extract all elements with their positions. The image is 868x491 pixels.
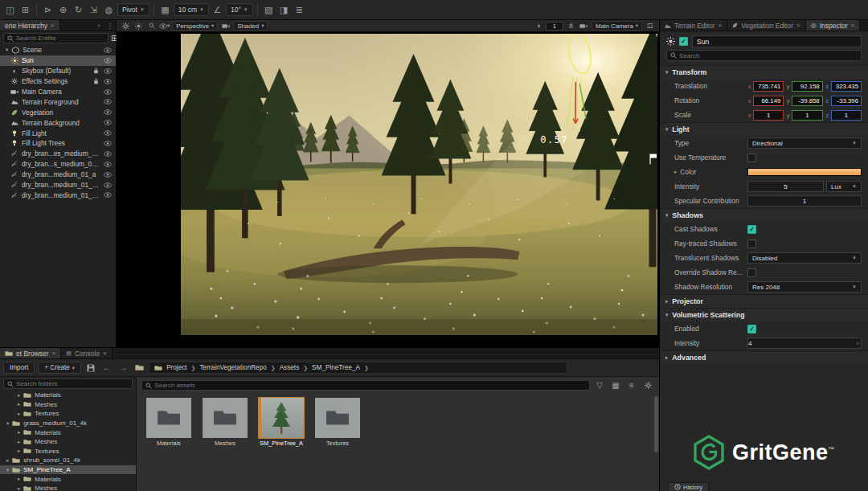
visibility-eye-icon[interactable] [104, 192, 112, 198]
breadcrumb-item[interactable]: SM_PineTree_A [312, 364, 360, 371]
override-shadow-checkbox[interactable] [747, 268, 756, 277]
section-volumetric-scattering[interactable]: ▾Volumetric Scattering [660, 308, 868, 321]
folder-search-input[interactable] [16, 380, 129, 387]
filter-funnel-icon[interactable]: ▽ [593, 379, 606, 391]
breadcrumb-item[interactable]: TerrainVegetationRepo [199, 364, 266, 371]
scale-tool-icon[interactable]: ⇲ [87, 3, 100, 17]
entity-name-field[interactable] [692, 35, 862, 47]
move-snap-dropdown[interactable]: 10 cm▼ [174, 3, 209, 16]
folder-row[interactable]: ▸Materials [0, 474, 136, 484]
stats-icon[interactable]: ◑ [533, 21, 543, 31]
breadcrumb-item[interactable]: Assets [280, 364, 300, 371]
visibility-eye-icon[interactable] [104, 89, 112, 95]
inspector-search-input[interactable] [679, 52, 858, 59]
save-disk-icon[interactable] [84, 362, 97, 374]
folder-row-selected[interactable]: ▾SM_PineTree_A [0, 465, 136, 475]
pivot-mode-dropdown[interactable]: Pivot▼ [117, 3, 149, 16]
viewport-settings-gear-icon[interactable] [121, 21, 131, 31]
rotation-y-field[interactable]: -39.858 [792, 96, 822, 106]
use-temperature-checkbox[interactable] [747, 153, 756, 162]
visibility-eye-icon[interactable] [104, 141, 112, 146]
hierarchy-item-dry-branch[interactable]: dry_bran...medium_01_a (1) [0, 180, 116, 190]
asset-tile-materials[interactable]: Materials [145, 398, 193, 447]
maximize-icon[interactable]: ⊡ [645, 21, 655, 31]
visibility-eye-icon[interactable] [104, 162, 112, 167]
hierarchy-item-terrain-background[interactable]: Terrain Background [0, 117, 116, 128]
list-view-icon[interactable]: ≡ [625, 379, 638, 391]
drag-grip-icon[interactable]: ≡ [856, 341, 861, 346]
world-space-icon[interactable]: ◍ [102, 3, 116, 17]
volumetric-intensity-field[interactable]: 4≡ [747, 338, 862, 349]
camera-icon[interactable] [579, 21, 589, 31]
light-type-dropdown[interactable]: Directional▼ [747, 137, 862, 149]
translucent-shadows-dropdown[interactable]: Disabled▼ [747, 252, 862, 264]
expand-caret-icon[interactable]: ▸ [674, 169, 677, 175]
asset-tile-meshes[interactable]: Meshes [201, 398, 249, 447]
scale-x-field[interactable]: 1 [753, 110, 784, 121]
asset-tile-textures[interactable]: Textures [313, 398, 362, 447]
camera-icon[interactable] [220, 21, 231, 31]
visibility-eye-icon[interactable] [104, 47, 112, 53]
snap-rotate-icon[interactable]: ∠ [211, 3, 224, 17]
section-projector[interactable]: ▸Projector [660, 294, 868, 308]
section-advanced[interactable]: ▸Advanced [660, 350, 868, 364]
viewport-render[interactable]: 0.57 [181, 34, 657, 335]
visibility-eye-icon[interactable] [104, 182, 112, 188]
close-icon[interactable]: × [719, 22, 723, 29]
hierarchy-item-effects-settings[interactable]: Effects Settings [0, 76, 116, 87]
raytraced-shadows-checkbox[interactable] [747, 239, 756, 248]
close-icon[interactable]: × [51, 22, 55, 29]
shadow-resolution-dropdown[interactable]: Res 2048▼ [747, 281, 862, 293]
translation-x-field[interactable]: 735.741 [753, 81, 784, 92]
section-shadows[interactable]: ▾Shadows [660, 208, 868, 222]
folder-row[interactable]: ▸Meshes [0, 400, 136, 410]
tab-scene-hierarchy[interactable]: ene Hierarchy × [0, 20, 60, 31]
close-icon[interactable]: × [796, 22, 800, 29]
folder-row[interactable]: ▾grass_medium_01_4k [0, 419, 136, 428]
asset-tile-sm-pinetree-a[interactable]: SM_PineTree_A [257, 398, 305, 447]
close-icon[interactable]: × [52, 350, 56, 357]
hierarchy-item-fill-light-trees[interactable]: Fill Light Trees [0, 138, 116, 149]
gizmo-branch-icon[interactable]: ⋔ [566, 21, 576, 31]
view-mode-icon[interactable]: ▧ [262, 3, 276, 17]
duplicate-icon[interactable]: ◨ [277, 3, 291, 17]
forward-arrow-icon[interactable]: → [117, 362, 129, 374]
entity-enabled-checkbox[interactable] [679, 37, 688, 46]
create-button[interactable]: + Create▾ [38, 362, 81, 374]
scale-y-field[interactable]: 1 [792, 110, 822, 121]
translation-y-field[interactable]: 92.158 [792, 81, 822, 92]
expand-caret-icon[interactable]: ▾ [6, 47, 8, 53]
visibility-eye-icon[interactable] [104, 130, 112, 136]
rotation-z-field[interactable]: -33.396 [831, 96, 862, 106]
hierarchy-item-dry-branch[interactable]: dry_bran...medium_01_a [0, 170, 116, 180]
visibility-eye-icon[interactable] [104, 172, 112, 178]
layout-panels-icon[interactable]: ◫ [3, 3, 17, 17]
hierarchy-item-dry-branch[interactable]: dry_bran...s_medium_01_b [0, 159, 116, 170]
tab-history[interactable]: History [668, 482, 709, 491]
visibility-eye-icon[interactable] [104, 68, 112, 74]
kebab-menu-icon[interactable]: ⋮ [104, 20, 116, 31]
lock-icon[interactable] [93, 68, 99, 74]
scale-z-field[interactable]: 1 [831, 110, 862, 121]
tab-inspector[interactable]: ◎ Inspector × [806, 20, 861, 31]
hierarchy-item-fill-light[interactable]: Fill Light [0, 128, 116, 138]
select-tool-icon[interactable]: ⊳ [41, 3, 55, 17]
folder-row[interactable]: ▸Meshes [0, 437, 136, 447]
specular-contribution-field[interactable]: 1 [747, 195, 862, 207]
folder-up-icon[interactable] [133, 362, 145, 374]
import-button[interactable]: Import [3, 362, 35, 374]
tab-console[interactable]: ▤ Console × [61, 348, 112, 358]
move-tool-icon[interactable]: ⊕ [56, 3, 70, 17]
intensity-unit-dropdown[interactable]: Lux▼ [826, 181, 862, 192]
panel-options-icon[interactable]: ▫ [93, 20, 104, 31]
grid-view-icon[interactable]: ▦ [609, 379, 622, 391]
scrollbar[interactable] [654, 396, 658, 452]
tab-terrain-editor[interactable]: Terrain Editor × [660, 20, 727, 31]
visibility-eye-icon[interactable] [104, 58, 112, 63]
folder-row[interactable]: ▸Materials [0, 391, 136, 400]
active-camera-dropdown[interactable]: Main Camera▾ [592, 21, 642, 31]
visibility-eye-icon[interactable] [104, 99, 112, 104]
hierarchy-item-scene[interactable]: ▾ Scene [0, 45, 116, 55]
entity-search-input[interactable] [16, 35, 104, 42]
hierarchy-item-sun[interactable]: Sun [0, 55, 116, 66]
